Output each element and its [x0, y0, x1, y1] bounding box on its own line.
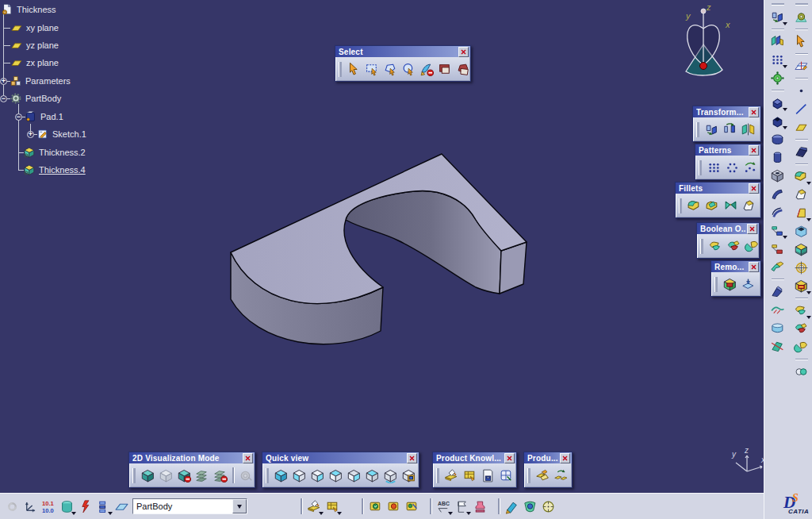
boolean-remove-button[interactable] — [791, 338, 812, 356]
boolean-add-button[interactable] — [791, 320, 812, 338]
assemble-button[interactable] — [791, 302, 812, 320]
select-rectangle-button[interactable] — [363, 60, 381, 79]
toolbar-vis2d-titlebar[interactable]: 2D Visualization Mode — [129, 452, 255, 463]
knowledge-save-button[interactable] — [479, 466, 497, 485]
remove-face-red-button[interactable] — [791, 277, 812, 295]
chamfer-button[interactable] — [791, 186, 812, 204]
pocket-button[interactable] — [767, 112, 788, 130]
toolbar-vis2d-close-button[interactable] — [243, 453, 253, 463]
view-front-button[interactable] — [290, 466, 308, 485]
tree-expander-plus[interactable]: + — [0, 78, 7, 85]
tree-item-pad-1[interactable]: Pad.1 — [25, 110, 63, 124]
view-top-button[interactable] — [363, 466, 381, 485]
point-button[interactable] — [791, 82, 812, 100]
toolbar-pknowledge-close-button[interactable] — [504, 453, 515, 463]
design-table-button[interactable] — [324, 497, 342, 516]
removed-multi-sections-button[interactable] — [767, 240, 788, 258]
catalog-open-button[interactable] — [534, 466, 552, 485]
stiffener-button[interactable] — [767, 283, 788, 301]
circular-pattern-button[interactable] — [723, 158, 741, 177]
tree-item-parameters[interactable]: Parameters — [10, 74, 71, 88]
toolbar-drag-grip[interactable] — [527, 468, 530, 483]
toolbar-drag-grip[interactable] — [679, 198, 682, 213]
pad-button[interactable] — [767, 94, 788, 112]
select-polygon-button[interactable] — [381, 60, 400, 79]
axis-system-button[interactable] — [21, 497, 40, 516]
rectangular-pattern-button[interactable] — [767, 51, 788, 69]
tree-item-yz-plane[interactable]: yz plane — [10, 38, 59, 52]
rectangular-pattern-button[interactable] — [705, 158, 723, 177]
toolbar-boolean-close-button[interactable] — [747, 224, 757, 234]
plane-button[interactable] — [791, 118, 812, 136]
toolbar-drag-grip[interactable] — [339, 62, 342, 77]
catalog-a-button[interactable] — [366, 497, 385, 516]
draft-angle-button[interactable] — [791, 204, 812, 222]
power-input-button[interactable] — [76, 497, 94, 516]
toolbar-quickview-titlebar[interactable]: Quick view — [262, 452, 419, 463]
view-iso-button[interactable] — [272, 466, 290, 485]
tree-expander-minus[interactable]: − — [0, 95, 7, 102]
symmetry-button[interactable] — [739, 120, 757, 139]
formula-button[interactable] — [442, 466, 461, 485]
toolbar-select-close-button[interactable] — [458, 47, 469, 57]
close-surface-button[interactable] — [767, 319, 788, 337]
view-bottom-button[interactable] — [381, 466, 400, 485]
toolbar-select-titlebar[interactable]: Select — [335, 46, 470, 57]
view-back-button[interactable] — [308, 466, 327, 485]
toolbar-produ-titlebar[interactable]: Produ... — [524, 452, 572, 463]
compass-origin-dot[interactable] — [700, 63, 707, 70]
slot-button[interactable] — [767, 203, 788, 221]
tree-expander-minus[interactable]: − — [15, 113, 22, 121]
tree-item-xy-plane[interactable]: xy plane — [10, 21, 59, 35]
knowledge-catalog-button[interactable] — [497, 466, 515, 485]
vis-planes-remove-button[interactable] — [212, 466, 230, 485]
toolbar-pknowledge-titlebar[interactable]: Product Knowl... — [433, 452, 516, 463]
variable-fillet-button[interactable] — [703, 196, 722, 215]
scaling-button[interactable] — [767, 69, 788, 87]
vis-cube-dashed-button[interactable] — [157, 466, 175, 485]
toolbar-drag-grip[interactable] — [714, 277, 718, 292]
toolbar-remove-titlebar[interactable]: Remo... — [711, 261, 760, 272]
toolbar-transform-titlebar[interactable]: Transform... — [693, 106, 760, 117]
face-face-fillet-button[interactable] — [722, 196, 740, 215]
shaft-button[interactable] — [767, 148, 788, 167]
catalog-c-button[interactable] — [403, 497, 421, 516]
shell-button[interactable] — [791, 222, 812, 240]
assemble-button[interactable] — [707, 236, 725, 256]
boolean-add-button[interactable] — [725, 236, 743, 256]
world-view-button[interactable] — [521, 497, 539, 516]
toolbar-fillets-titlebar[interactable]: Fillets — [676, 183, 760, 194]
view-named-button[interactable] — [400, 466, 418, 485]
view-left-button[interactable] — [327, 466, 345, 485]
toolbar-transform-close-button[interactable] — [749, 107, 759, 117]
translation-button[interactable] — [703, 120, 721, 139]
flag-note-button[interactable] — [453, 497, 471, 516]
vis-cube-remove-button[interactable] — [175, 466, 193, 485]
text-annotation-button[interactable]: ABC — [435, 497, 453, 516]
toolbar-drag-grip[interactable] — [772, 3, 784, 6]
extrude-surface-button[interactable] — [791, 143, 812, 161]
toolbar-drag-grip[interactable] — [266, 468, 269, 483]
toolbar-quickview-close-button[interactable] — [407, 453, 417, 463]
split-button[interactable] — [767, 337, 788, 356]
instantiate-button[interactable] — [552, 466, 570, 485]
update-button[interactable] — [791, 8, 812, 26]
line-button[interactable] — [791, 100, 812, 118]
link-button[interactable] — [3, 497, 21, 516]
user-pattern-button[interactable] — [741, 158, 760, 177]
formula-button[interactable] — [305, 497, 324, 516]
toolbar-boolean-titlebar[interactable]: Boolean O... — [697, 223, 759, 234]
union-trim-button[interactable] — [791, 363, 812, 381]
thickness-tool-button[interactable] — [791, 240, 812, 259]
toolbar-patterns-close-button[interactable] — [749, 145, 759, 156]
toolbar-fillets-close-button[interactable] — [749, 183, 759, 194]
vis-planes-button[interactable] — [193, 466, 212, 485]
sketcher-button[interactable] — [791, 57, 812, 75]
select-cursor-button[interactable] — [345, 60, 363, 79]
select-cursor-button[interactable] — [791, 33, 812, 51]
toolbar-drag-grip[interactable] — [436, 468, 439, 483]
tree-item-thickness[interactable]: Thickness — [1, 2, 56, 17]
multi-sections-solid-button[interactable] — [767, 221, 788, 240]
vis-cube-button[interactable] — [139, 466, 157, 485]
toolbar-remove-close-button[interactable] — [749, 262, 759, 272]
